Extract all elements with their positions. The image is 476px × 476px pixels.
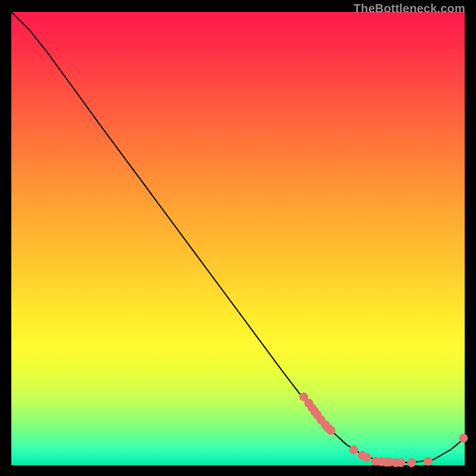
chart-container: TheBottleneck.com xyxy=(0,0,476,476)
chart-svg xyxy=(11,12,465,465)
data-dot xyxy=(327,426,336,435)
data-dot xyxy=(407,458,416,467)
data-dots xyxy=(299,392,468,466)
bottleneck-curve xyxy=(11,12,465,462)
data-dot xyxy=(362,453,371,462)
data-dot xyxy=(349,446,358,455)
data-dot xyxy=(424,457,433,466)
data-dot xyxy=(459,434,468,443)
watermark-text: TheBottleneck.com xyxy=(353,2,465,15)
data-dot xyxy=(396,458,405,467)
plot-area xyxy=(11,12,465,465)
